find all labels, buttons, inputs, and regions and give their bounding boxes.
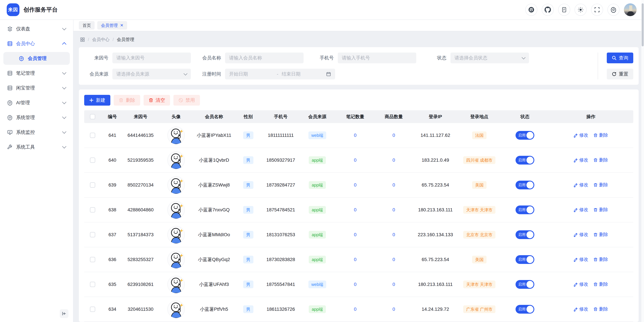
delete-link[interactable]: 删除 [593,281,608,288]
theme-icon[interactable] [574,4,587,16]
sidebar-item-member-management[interactable]: 会员管理 [3,52,70,65]
sidebar-item-member-center[interactable]: 会员中心 [3,37,70,50]
tab-home[interactable]: 首页 [79,21,94,30]
sidebar-item-note-management[interactable]: 笔记管理 [3,67,70,80]
create-button[interactable]: 新建 [84,95,110,106]
sidebar-item-xianbao-management[interactable]: 闲宝管理 [3,82,70,94]
delete-link[interactable]: 删除 [593,181,608,189]
sidebar-collapse-button[interactable] [60,309,68,318]
notes-count-link[interactable]: 0 [354,256,356,263]
search-icon [612,56,616,60]
fullscreen-icon[interactable] [591,4,603,16]
goods-count-link[interactable]: 0 [392,206,395,213]
pencil-icon [574,232,578,237]
row-checkbox[interactable] [90,182,95,188]
status-toggle[interactable]: 启用 [516,131,534,140]
github-icon[interactable] [542,4,554,16]
delete-link[interactable]: 删除 [593,306,608,313]
sidebar-item-system-management[interactable]: 系统管理 [3,111,70,124]
table-row: 640 5219359535 小蓝薯1QvbrD 男 18509327917 a… [84,148,633,173]
row-checkbox[interactable] [90,306,95,312]
clear-button[interactable]: 清空 [144,95,170,106]
disable-button[interactable]: 禁用 [174,95,200,106]
goods-count-link[interactable]: 0 [392,132,395,139]
status-select[interactable]: 请选择会员状态 [450,53,529,63]
edit-link[interactable]: 修改 [574,281,588,288]
sidebar-item-system-tools[interactable]: 系统工具 [3,141,70,153]
row-checkbox[interactable] [90,133,95,138]
member-id: 639 [101,173,124,197]
delete-link[interactable]: 删除 [593,157,608,164]
login-location-badge: 天津市 天津市 [463,280,496,288]
page-scrollbar[interactable] [641,0,644,322]
member-name-input[interactable]: 请输入会员名称 [225,53,304,63]
status-toggle[interactable]: 启用 [516,156,534,165]
scrollbar-thumb[interactable] [642,3,644,46]
notes-count-link[interactable]: 0 [354,156,356,164]
notes-count-link[interactable]: 0 [354,305,356,313]
sidebar-item-system-monitor[interactable]: 系统监控 [3,126,70,139]
status-toggle[interactable]: 启用 [516,230,534,239]
breadcrumb: / 会员中心 / 会员管理 [80,37,639,43]
reset-button[interactable]: 重置 [607,69,633,79]
laiyin-id-input[interactable]: 请输入来因号 [112,53,191,63]
toggle-knob [526,256,534,263]
trash-icon [148,98,153,103]
settings-icon[interactable] [608,4,620,16]
select-all-checkbox[interactable] [90,114,95,119]
edit-link[interactable]: 修改 [574,231,588,238]
delete-link[interactable]: 删除 [593,132,608,139]
member-id: 634 [101,297,124,321]
notes-count-link[interactable]: 0 [354,206,356,213]
phone-number: 18755547841 [263,272,298,297]
notes-count-link[interactable]: 0 [354,181,356,189]
goods-count-link[interactable]: 0 [392,305,395,313]
status-toggle[interactable]: 启用 [516,280,534,289]
member-name: 小蓝薯UFAhf3 [195,272,233,297]
sidebar-item-dashboard[interactable]: 仪表盘 [3,23,70,35]
laiyin-id: 6441446135 [124,123,157,148]
goods-count-link[interactable]: 0 [392,181,395,189]
close-icon[interactable]: ✕ [120,23,124,27]
goods-count-link[interactable]: 0 [392,281,395,288]
chevron-down-icon [62,100,66,104]
goods-count-link[interactable]: 0 [392,231,395,238]
delete-button[interactable]: 删除 [114,95,140,106]
row-checkbox[interactable] [90,282,95,287]
notes-count-link[interactable]: 0 [354,132,356,139]
register-time-range-picker[interactable]: 开始日期 - 结束日期 [225,69,335,79]
document-icon[interactable] [558,4,570,16]
status-toggle[interactable]: 启用 [516,255,534,264]
user-avatar[interactable] [624,3,636,16]
member-id: 640 [101,148,124,172]
goods-count-link[interactable]: 0 [392,156,395,164]
goods-count-link[interactable]: 0 [392,256,395,263]
phone-input[interactable]: 请输入手机号 [338,53,416,63]
gitee-icon[interactable] [525,4,537,16]
edit-link[interactable]: 修改 [574,157,588,164]
delete-link[interactable]: 删除 [593,206,608,213]
pencil-icon [574,158,578,162]
edit-link[interactable]: 修改 [574,206,588,213]
edit-link[interactable]: 修改 [574,181,588,189]
search-button[interactable]: 查询 [607,53,633,63]
notes-count-link[interactable]: 0 [354,231,356,238]
status-toggle[interactable]: 启用 [516,305,534,313]
status-toggle[interactable]: 启用 [516,205,534,214]
delete-link[interactable]: 删除 [593,256,608,263]
row-checkbox[interactable] [90,207,95,213]
row-checkbox[interactable] [90,232,95,237]
delete-link[interactable]: 删除 [593,231,608,238]
row-checkbox[interactable] [90,257,95,262]
member-source-select[interactable]: 请选择会员来源 [112,69,191,79]
sidebar-item-ai-management[interactable]: AI管理 [3,96,70,109]
notes-count-link[interactable]: 0 [354,281,356,288]
edit-link[interactable]: 修改 [574,306,588,313]
chevron-up-icon [62,42,66,46]
row-checkbox[interactable] [90,157,95,163]
edit-link[interactable]: 修改 [574,256,588,263]
edit-link[interactable]: 修改 [574,132,588,139]
tab-member-management[interactable]: 会员管理 ✕ [97,21,127,30]
status-toggle[interactable]: 启用 [516,181,534,189]
breadcrumb-parent[interactable]: 会员中心 [92,37,110,43]
